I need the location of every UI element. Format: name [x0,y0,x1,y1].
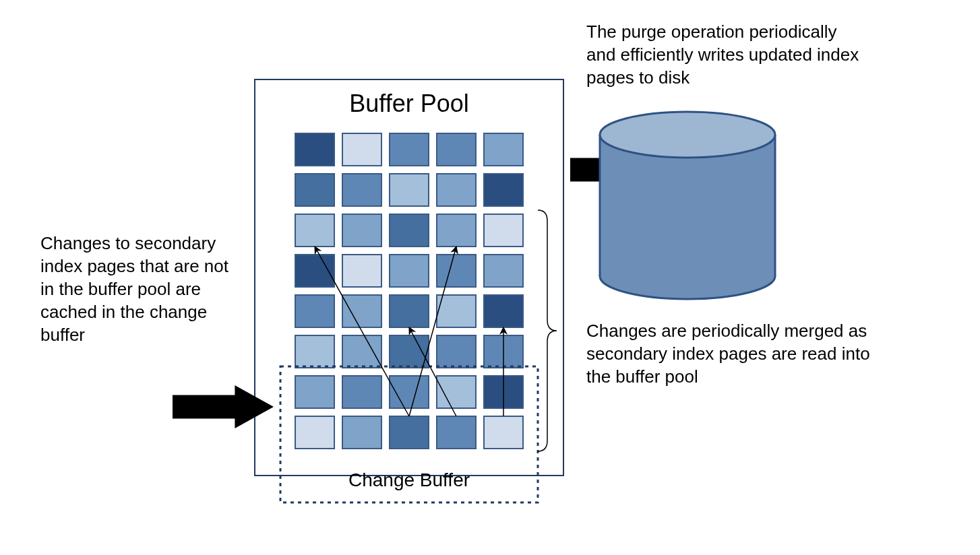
page-cell [484,214,523,247]
top-right-caption: The purge operation periodicallyand effi… [586,22,859,88]
page-cell [390,214,429,247]
page-cell [437,255,476,287]
page-cell [342,214,381,247]
change-buffer-title: Change Buffer [348,469,470,490]
disk-top [600,112,775,158]
page-cell [390,133,429,166]
page-cell [295,133,334,166]
page-cell [390,174,429,206]
page-cell [437,416,476,449]
page-cell [484,133,523,166]
page-cell [390,255,429,287]
page-cell [295,214,334,247]
page-cell [390,416,429,449]
page-cell [484,174,523,206]
page-cell [484,416,523,449]
page-cell [295,416,334,449]
change-buffer-diagram: Buffer PoolChange BufferChanges to secon… [0,0,980,555]
page-cell [342,174,381,206]
page-cell [295,376,334,408]
page-cell [342,255,381,287]
page-cell [437,133,476,166]
right-caption: Changes are periodically merged assecond… [586,321,870,387]
left-caption: Changes to secondaryindex pages that are… [40,233,229,345]
page-cell [437,214,476,247]
page-cell [484,295,523,327]
page-cell [342,335,381,368]
page-cell [342,133,381,166]
page-cell [390,335,429,368]
buffer-pool-title: Buffer Pool [349,90,468,117]
page-cell [295,174,334,206]
page-cell [437,376,476,408]
page-cell [437,174,476,206]
page-cell [342,376,381,408]
page-cell [437,335,476,368]
page-cell [390,295,429,327]
page-cell [295,335,334,368]
brace-icon [538,210,557,451]
page-cell [484,255,523,287]
block-arrow [173,385,274,428]
page-cell [342,416,381,449]
page-cell [342,295,381,327]
page-cell [437,295,476,327]
page-cell [295,295,334,327]
